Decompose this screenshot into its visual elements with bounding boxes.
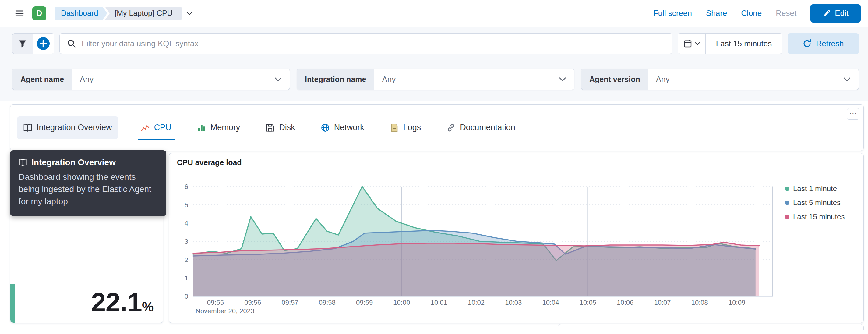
svg-text:10:00: 10:00 — [393, 299, 410, 306]
edit-button[interactable]: Edit — [810, 4, 861, 23]
control-agent-name: Agent name Any — [12, 68, 290, 90]
pencil-icon — [823, 9, 831, 18]
cpu-average-load-chart[interactable]: 012345609:5509:5609:5709:5809:5910:0010:… — [169, 153, 864, 323]
svg-text:10:03: 10:03 — [505, 299, 522, 306]
panel-options-button[interactable]: ⋯ — [847, 108, 859, 120]
breadcrumb-chevron-down-icon[interactable] — [186, 11, 193, 16]
disk-icon — [266, 123, 275, 132]
svg-text:10:09: 10:09 — [728, 299, 745, 306]
svg-text:0: 0 — [185, 293, 188, 300]
query-filter-section: Last 15 minutes Refresh Agent name Any I… — [0, 27, 868, 101]
refresh-button[interactable]: Refresh — [787, 33, 859, 54]
legend-dot-blue — [785, 201, 789, 205]
cpu-average-load-panel[interactable]: CPU average load 012345609:5509:5609:570… — [169, 153, 864, 323]
chevron-down-icon — [843, 77, 850, 82]
svg-text:09:59: 09:59 — [356, 299, 373, 306]
svg-text:1: 1 — [185, 274, 188, 282]
tooltip-title: Integration Overview — [31, 157, 116, 167]
svg-text:3: 3 — [185, 238, 188, 245]
svg-text:09:56: 09:56 — [244, 299, 261, 306]
globe-icon — [321, 123, 330, 132]
calendar-icon — [683, 39, 692, 48]
svg-text:2: 2 — [185, 256, 188, 264]
clone-button[interactable]: Clone — [741, 8, 762, 18]
legend-dot-green — [785, 186, 789, 191]
tab-memory[interactable]: Memory — [194, 116, 243, 139]
breadcrumb-current-dashboard: [My Laptop] CPU — [105, 7, 182, 20]
svg-text:10:06: 10:06 — [617, 299, 633, 306]
chevron-down-icon — [695, 42, 700, 45]
calendar-menu-button[interactable] — [678, 33, 706, 54]
tab-cpu[interactable]: CPU — [138, 116, 175, 139]
bar-chart-icon — [197, 123, 206, 132]
tab-tooltip: Integration Overview Dashboard showing t… — [10, 150, 166, 216]
book-icon — [23, 123, 32, 132]
svg-text:November 20, 2023: November 20, 2023 — [195, 307, 254, 315]
chevron-down-icon — [274, 77, 282, 82]
svg-text:10:05: 10:05 — [580, 299, 596, 306]
document-icon — [390, 123, 399, 132]
tooltip-body: Dashboard showing the events being inges… — [19, 171, 158, 208]
svg-text:4: 4 — [185, 219, 188, 227]
filter-funnel-icon[interactable] — [12, 33, 33, 54]
filter-controls-group — [12, 33, 54, 54]
dashboard-controls-row: Agent name Any Integration name Any Agen… — [12, 68, 859, 90]
line-chart-icon — [141, 123, 150, 132]
control-integration-name: Integration name Any — [297, 68, 575, 90]
svg-text:10:02: 10:02 — [468, 299, 485, 306]
space-avatar[interactable]: D — [32, 6, 46, 21]
link-icon — [446, 123, 456, 132]
dashboard-content: Integration Overview CPU Memory Disk Net… — [0, 101, 868, 326]
chart-legend: Last 1 minute Last 5 minutes Last 15 min… — [785, 184, 844, 221]
share-button[interactable]: Share — [706, 8, 727, 18]
time-range-button[interactable]: Last 15 minutes — [706, 33, 782, 54]
svg-text:10:01: 10:01 — [431, 299, 447, 306]
tab-logs[interactable]: Logs — [387, 116, 424, 139]
navigation-tabs-panel: Integration Overview CPU Memory Disk Net… — [10, 104, 864, 151]
svg-text:5: 5 — [185, 201, 188, 209]
tab-network[interactable]: Network — [318, 116, 367, 139]
tab-documentation[interactable]: Documentation — [443, 116, 518, 139]
header-actions: Full screen Share Clone Reset Edit — [653, 4, 861, 23]
tab-disk[interactable]: Disk — [262, 116, 298, 139]
tab-integration-overview[interactable]: Integration Overview — [17, 116, 118, 139]
top-navigation-bar: D Dashboard [My Laptop] CPU Full screen … — [0, 0, 868, 27]
reset-button: Reset — [776, 8, 797, 18]
legend-dot-pink — [785, 215, 789, 219]
full-screen-button[interactable]: Full screen — [653, 8, 692, 18]
date-picker: Last 15 minutes — [678, 33, 782, 54]
search-icon — [67, 39, 76, 48]
kql-search-input[interactable] — [82, 39, 665, 49]
refresh-icon — [803, 39, 812, 48]
agent-name-select[interactable]: Any — [72, 69, 290, 90]
legend-item-last-5-minutes[interactable]: Last 5 minutes — [785, 199, 844, 207]
breadcrumb: Dashboard [My Laptop] CPU — [55, 7, 193, 20]
svg-text:09:58: 09:58 — [319, 299, 336, 306]
legend-item-last-1-minute[interactable]: Last 1 minute — [785, 184, 844, 193]
svg-text:6: 6 — [185, 183, 188, 190]
next-row-panel-edge — [558, 324, 864, 330]
kql-search-bar — [59, 33, 673, 54]
book-icon — [19, 158, 27, 167]
add-filter-button[interactable] — [33, 33, 54, 54]
svg-text:09:55: 09:55 — [207, 299, 224, 306]
integration-name-select[interactable]: Any — [374, 69, 574, 90]
agent-version-select[interactable]: Any — [648, 69, 859, 90]
svg-text:10:08: 10:08 — [691, 299, 708, 306]
control-agent-version: Agent version Any — [581, 68, 859, 90]
svg-text:10:04: 10:04 — [542, 299, 559, 306]
cpu-usage-metric: 22.1% — [91, 287, 154, 318]
menu-hamburger-icon[interactable] — [11, 5, 28, 22]
legend-item-last-15-minutes[interactable]: Last 15 minutes — [785, 212, 844, 221]
chevron-down-icon — [559, 77, 566, 82]
svg-text:09:57: 09:57 — [281, 299, 298, 306]
svg-text:10:07: 10:07 — [654, 299, 671, 306]
breadcrumb-dashboard[interactable]: Dashboard — [55, 7, 107, 20]
metric-trend-bar — [10, 284, 15, 323]
